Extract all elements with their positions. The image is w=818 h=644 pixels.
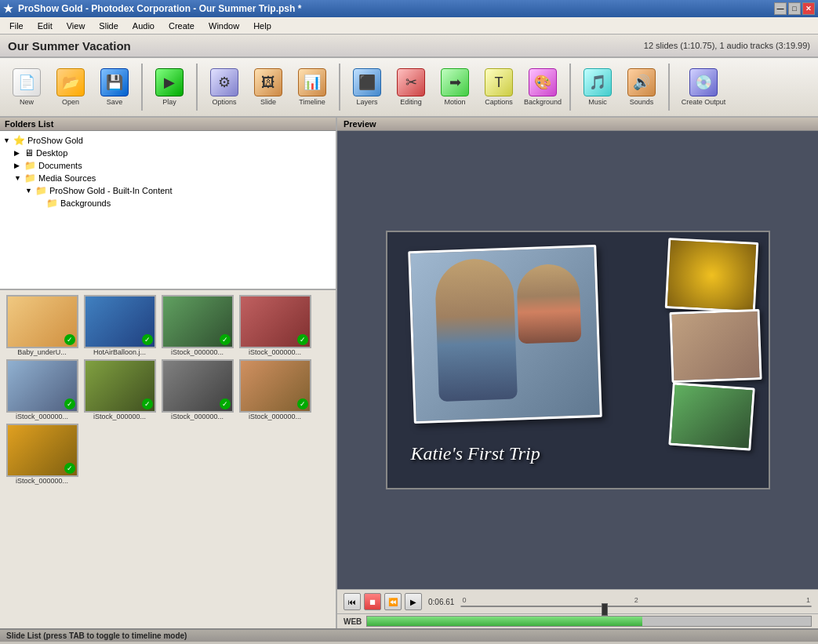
folder-item-desktop[interactable]: ▶ 🖥 Desktop xyxy=(3,147,333,159)
menu-slide[interactable]: Slide xyxy=(93,20,124,32)
folder-item-backgrounds[interactable]: 📁 Backgrounds xyxy=(3,197,333,209)
web-bar: WEB xyxy=(337,613,818,628)
project-title: Our Summer Vacation xyxy=(8,39,131,53)
stop-button[interactable]: ⏹ xyxy=(364,593,381,610)
list-item[interactable]: ✓ Baby_underU... xyxy=(5,295,79,356)
timeline-icon: 📊 xyxy=(298,68,326,96)
list-item[interactable]: ✓ iStock_000000... xyxy=(82,359,157,420)
thumbnail-baby[interactable]: ✓ xyxy=(6,295,78,348)
captions-icon: T xyxy=(485,68,513,96)
menu-bar: File Edit View Slide Audio Create Window… xyxy=(0,17,818,35)
list-item[interactable]: ✓ iStock_000000... xyxy=(238,295,312,356)
thumbnail-flower[interactable]: ✓ xyxy=(6,424,78,477)
thumbnail-baby2[interactable]: ✓ xyxy=(6,359,78,413)
thumbnail-baseball[interactable]: ✓ xyxy=(239,359,311,413)
close-button[interactable]: ✕ xyxy=(802,2,815,15)
motion-icon: ➡ xyxy=(441,68,469,96)
new-label: New xyxy=(20,98,34,106)
folder-item-documents[interactable]: ▶ 📁 Documents xyxy=(3,159,333,172)
thumbnail-balloon[interactable]: ✓ xyxy=(84,295,156,348)
captions-label: Captions xyxy=(485,98,513,106)
play-icon: ▶ xyxy=(155,68,184,96)
check-icon: ✓ xyxy=(220,398,231,409)
timeline-bar[interactable] xyxy=(460,606,812,607)
create-icon: 💿 xyxy=(689,68,718,96)
toolbar-editing-button[interactable]: ✂ Editing xyxy=(391,62,431,112)
play-forward-button[interactable]: ▶ xyxy=(405,593,422,610)
folder-item-media-sources[interactable]: ▼ 📁 Media Sources xyxy=(3,172,333,184)
toolbar-captions-button[interactable]: T Captions xyxy=(478,62,519,112)
new-icon: 📄 xyxy=(13,68,41,96)
thumbnail-kids[interactable]: ✓ xyxy=(239,295,311,348)
check-icon: ✓ xyxy=(142,398,153,409)
maximize-button[interactable]: □ xyxy=(788,2,801,15)
menu-view[interactable]: View xyxy=(60,20,92,32)
music-label: Music xyxy=(588,98,607,106)
menu-create[interactable]: Create xyxy=(162,20,201,32)
toolbar-play-button[interactable]: ▶ Play xyxy=(149,62,190,112)
media-sources-label: Media Sources xyxy=(38,173,96,183)
list-item[interactable]: ✓ iStock_000000... xyxy=(5,359,79,420)
toolbar-new-button[interactable]: 📄 New xyxy=(6,62,47,112)
preview-header: Preview xyxy=(337,118,818,131)
toolbar-slide-button[interactable]: 🖼 Slide xyxy=(248,62,289,112)
toolbar-layers-button[interactable]: ⬛ Layers xyxy=(347,62,387,112)
menu-window[interactable]: Window xyxy=(202,20,245,32)
save-icon: 💾 xyxy=(100,68,129,96)
options-label: Options xyxy=(212,98,236,106)
toolbar-motion-button[interactable]: ➡ Motion xyxy=(434,62,475,112)
check-icon: ✓ xyxy=(297,398,308,409)
toolbar-options-button[interactable]: ⚙ Options xyxy=(204,62,245,112)
toolbar-separator-2 xyxy=(196,64,198,111)
toolbar-create-button[interactable]: 💿 Create Output xyxy=(676,62,731,112)
folder-item-proshow[interactable]: ▼ ⭐ ProShow Gold xyxy=(3,134,333,147)
project-header: Our Summer Vacation 12 slides (1:10.75),… xyxy=(0,35,818,58)
list-item[interactable]: ✓ iStock_000000... xyxy=(160,359,234,420)
list-item[interactable]: ✓ HotAirBalloon.j... xyxy=(82,295,157,356)
list-item[interactable]: ✓ iStock_000000... xyxy=(160,295,234,356)
menu-file[interactable]: File xyxy=(3,20,30,32)
open-icon: 📂 xyxy=(56,68,85,96)
play-label: Play xyxy=(162,98,176,106)
thumbnail-rock[interactable]: ✓ xyxy=(162,359,234,413)
preview-main-photo xyxy=(408,245,602,424)
thumbnail-field[interactable]: ✓ xyxy=(84,359,156,413)
toolbar-open-button[interactable]: 📂 Open xyxy=(50,62,91,112)
check-icon: ✓ xyxy=(64,398,75,409)
menu-audio[interactable]: Audio xyxy=(126,20,161,32)
thumbnail-family[interactable]: ✓ xyxy=(162,295,234,348)
menu-help[interactable]: Help xyxy=(247,20,278,32)
toolbar-save-button[interactable]: 💾 Save xyxy=(94,62,135,112)
check-icon: ✓ xyxy=(297,334,308,345)
toolbar-background-button[interactable]: 🎨 Background xyxy=(522,62,563,112)
app-icon: ★ xyxy=(3,2,13,15)
menu-edit[interactable]: Edit xyxy=(31,20,59,32)
preview-title: Preview xyxy=(344,119,376,129)
media-section: ✓ Baby_underU... ✓ HotAirBalloon.j... ✓ … xyxy=(0,290,336,628)
preview-area: Katie's First Trip xyxy=(337,131,818,589)
slide-list-header: Slide List (press TAB to toggle to timel… xyxy=(0,630,818,642)
timeline-label: Timeline xyxy=(299,98,325,106)
list-item[interactable]: ✓ iStock_000000... xyxy=(238,359,312,420)
toolbar-timeline-button[interactable]: 📊 Timeline xyxy=(292,62,333,112)
preview-tr2-photo xyxy=(669,309,762,383)
rewind-button[interactable]: ⏮ xyxy=(344,593,361,610)
toolbar-music-button[interactable]: 🎵 Music xyxy=(577,62,618,112)
sounds-label: Sounds xyxy=(630,98,654,106)
main-area: Folders List ▼ ⭐ ProShow Gold ▶ 🖥 Deskto… xyxy=(0,118,818,628)
minimize-button[interactable]: — xyxy=(774,2,787,15)
folder-item-builtin[interactable]: ▼ 📁 ProShow Gold - Built-In Content xyxy=(3,184,333,197)
list-item[interactable]: ✓ iStock_000000... xyxy=(5,424,79,485)
toolbar-separator-1 xyxy=(141,64,143,111)
web-fill xyxy=(367,617,642,626)
sounds-icon: 🔊 xyxy=(627,68,656,96)
back-button[interactable]: ⏪ xyxy=(384,593,402,610)
media-grid[interactable]: ✓ Baby_underU... ✓ HotAirBalloon.j... ✓ … xyxy=(0,290,336,628)
timeline-scrubber[interactable] xyxy=(602,603,608,616)
toolbar-sounds-button[interactable]: 🔊 Sounds xyxy=(621,62,662,112)
slide-info: 12 slides (1:10.75), 1 audio tracks (3:1… xyxy=(644,41,810,50)
folder-tree[interactable]: ▼ ⭐ ProShow Gold ▶ 🖥 Desktop ▶ 📁 Documen… xyxy=(0,131,336,289)
open-label: Open xyxy=(62,98,79,106)
toolbar-separator-3 xyxy=(339,64,340,111)
preview-slide: Katie's First Trip xyxy=(386,231,770,489)
